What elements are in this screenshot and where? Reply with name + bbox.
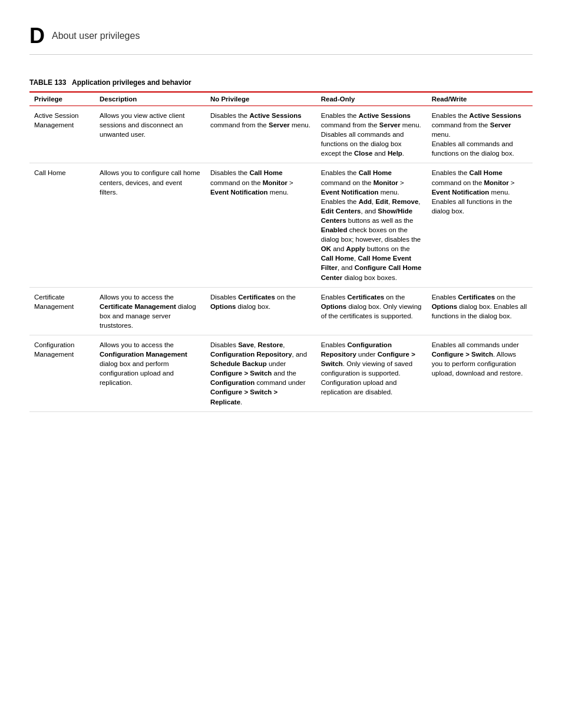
col-header-readwrite: Read/Write: [427, 92, 533, 106]
read-only-text: Enables the Active Sessions command from…: [316, 106, 427, 163]
col-header-description: Description: [95, 92, 206, 106]
col-header-noprivilege: No Privilege: [206, 92, 316, 106]
privilege-name: Certificate Management: [29, 287, 95, 335]
read-write-text: Enables the Call Home command on the Mon…: [427, 163, 533, 287]
table-header-row: Privilege Description No Privilege Read-…: [29, 92, 533, 106]
table-caption: TABLE 133 Application privileges and beh…: [29, 78, 533, 87]
col-header-privilege: Privilege: [29, 92, 95, 106]
table-row: Active Session ManagementAllows you view…: [29, 106, 533, 163]
no-privilege-text: Disables Certificates on the Options dia…: [206, 287, 316, 335]
table-number: TABLE 133: [29, 78, 66, 87]
privilege-name: Configuration Management: [29, 335, 95, 411]
privilege-description: Allows you to access the Certificate Man…: [95, 287, 206, 335]
privilege-description: Allows you view active client sessions a…: [95, 106, 206, 163]
no-privilege-text: Disables the Call Home command on the Mo…: [206, 163, 316, 287]
read-write-text: Enables Certificates on the Options dial…: [427, 287, 533, 335]
privilege-description: Allows you to access the Configuration M…: [95, 335, 206, 411]
table-row: Certificate ManagementAllows you to acce…: [29, 287, 533, 335]
read-only-text: Enables the Call Home command on the Mon…: [316, 163, 427, 287]
privilege-name: Active Session Management: [29, 106, 95, 163]
privilege-name: Call Home: [29, 163, 95, 287]
table-row: Configuration ManagementAllows you to ac…: [29, 335, 533, 411]
read-write-text: Enables all commands under Configure > S…: [427, 335, 533, 411]
privileges-table: Privilege Description No Privilege Read-…: [29, 91, 533, 412]
chapter-letter: D: [29, 24, 45, 48]
col-header-readonly: Read-Only: [316, 92, 427, 106]
page-header: D About user privileges: [29, 24, 533, 55]
privilege-description: Allows you to configure call home center…: [95, 163, 206, 287]
read-only-text: Enables Configuration Repository under C…: [316, 335, 427, 411]
no-privilege-text: Disables the Active Sessions command fro…: [206, 106, 316, 163]
read-only-text: Enables Certificates on the Options dial…: [316, 287, 427, 335]
chapter-title: About user privileges: [52, 31, 140, 41]
no-privilege-text: Disables Save, Restore, Configuration Re…: [206, 335, 316, 411]
read-write-text: Enables the Active Sessions command from…: [427, 106, 533, 163]
table-title-text: Application privileges and behavior: [72, 78, 191, 87]
table-row: Call HomeAllows you to configure call ho…: [29, 163, 533, 287]
